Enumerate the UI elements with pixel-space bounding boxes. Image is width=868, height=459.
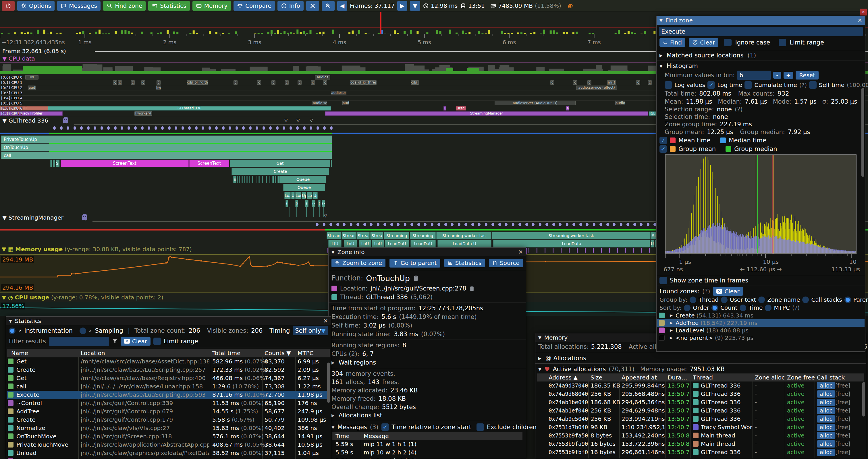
cpu-data-header[interactable]: ▼ CPU data — [2, 55, 35, 62]
filter-input[interactable] — [49, 337, 109, 346]
alloc-callstack-button[interactable]: alloc — [817, 432, 835, 439]
zone-dot[interactable] — [289, 126, 292, 130]
sort-by-radio-count[interactable] — [711, 304, 718, 311]
zone-dot[interactable] — [620, 223, 622, 226]
zone-dot[interactable] — [155, 126, 157, 130]
clear-button[interactable]: ✕Clear — [121, 337, 151, 346]
table-row[interactable]: ~Controljni/../jni/src/guif/Control.cpp:… — [7, 399, 330, 407]
zone-dot[interactable] — [256, 126, 258, 130]
timeline-zone[interactable]: Up — [313, 192, 318, 199]
zone-dot[interactable] — [229, 126, 231, 130]
zone-dot[interactable] — [559, 223, 561, 226]
expand-icon[interactable]: ▶ — [538, 356, 541, 361]
group-by-radio-zone-name[interactable] — [758, 297, 765, 303]
timeline-zone[interactable]: E — [233, 176, 237, 183]
timeline-zone[interactable]: ( — [285, 200, 288, 207]
timeline-zone[interactable]: StreamingManager — [325, 111, 648, 116]
clipboard-icon[interactable] — [469, 286, 475, 291]
zone-dot[interactable] — [356, 223, 359, 226]
zone-dot[interactable] — [94, 126, 96, 130]
zone-dot[interactable] — [613, 223, 616, 226]
timeline-zone[interactable] — [277, 176, 280, 183]
time-relative-checkbox[interactable]: ✓ — [381, 423, 389, 431]
sampling-radio[interactable] — [80, 328, 86, 334]
clear-found-button[interactable]: ✕Clear — [713, 287, 743, 296]
timeline-zone[interactable]: Loa — [284, 192, 291, 199]
zone-dot[interactable] — [330, 223, 332, 226]
limit-range-checkbox[interactable] — [779, 39, 786, 46]
zone-dot[interactable] — [525, 223, 528, 226]
timeline-zone[interactable]: L(U — [328, 240, 342, 248]
message-tick[interactable] — [561, 248, 561, 253]
expand-icon[interactable]: ▶ — [659, 53, 663, 58]
collapse-icon[interactable]: ▼ — [9, 319, 12, 323]
column-header[interactable]: Appeared at — [622, 373, 657, 382]
find-zone-scrollbar[interactable] — [861, 88, 864, 177]
timeline-zone[interactable]: c — [141, 80, 145, 85]
timeline-zone[interactable]: Streaming worker tas — [436, 232, 491, 239]
column-header[interactable]: Counts ▼ — [265, 349, 291, 357]
expand-icon[interactable]: ▶ — [670, 319, 673, 327]
timeline-zone[interactable]: c — [257, 80, 261, 85]
zone-dot[interactable] — [114, 126, 117, 130]
table-row[interactable]: 0x7553b9fbf016 bytes296,661,146ns13:50.7… — [537, 448, 864, 456]
timeline-zone[interactable]: (~ — [312, 200, 315, 207]
timeline-zone[interactable]: kw — [156, 86, 161, 90]
zone-dot[interactable] — [161, 126, 164, 130]
glthread-header[interactable]: ▼ GLThread 336 — [2, 117, 48, 124]
collapse-icon[interactable]: ▼ — [332, 250, 335, 254]
table-row[interactable]: 0x74a9d68040256 KB295,668,489ns13:50.7GL… — [537, 390, 864, 398]
timeline-zone[interactable]: Up — [302, 192, 306, 199]
alloc-callstack-button[interactable]: alloc — [817, 415, 835, 423]
zone-dot[interactable] — [168, 126, 170, 130]
column-header[interactable]: Address ▲ — [549, 373, 578, 382]
timeline-zone[interactable]: Strea — [356, 232, 370, 239]
timeline-zone[interactable]: c — [323, 80, 327, 85]
message-row[interactable]: 5.59 smip 11 w 1 h 1 (1) — [332, 440, 523, 448]
find-zone-titlebar[interactable]: ▼ Find zone ✕ — [657, 16, 865, 25]
timeline-zone[interactable]: ScreenText — [189, 160, 229, 167]
alloc-callstack-button[interactable]: alloc — [817, 407, 835, 414]
group-by-option[interactable]: User text — [730, 296, 756, 303]
clipboard-icon[interactable] — [413, 275, 419, 281]
timeline-zone[interactable]: Get — [230, 160, 330, 167]
zone-dot[interactable] — [67, 126, 69, 130]
zone-dot[interactable] — [437, 223, 440, 226]
zone-dot[interactable] — [546, 223, 548, 226]
table-row[interactable]: PrivateTouchMovejni/../jni/src/claw/appl… — [7, 440, 330, 449]
table-row[interactable]: calljni/../jni/../../../src/claw/base/Lu… — [7, 382, 330, 391]
collapse-icon[interactable]: ▼ — [538, 367, 541, 371]
zone-dot[interactable] — [242, 126, 245, 130]
zone-dot[interactable] — [444, 223, 447, 226]
zone-dot[interactable] — [572, 223, 575, 226]
timeline-zone[interactable] — [249, 176, 250, 183]
zone-dot[interactable] — [53, 126, 56, 130]
timeline-zone[interactable]: c — [636, 80, 640, 85]
group-by-option[interactable]: Thread — [699, 296, 719, 303]
column-header[interactable]: MTPC — [298, 349, 314, 357]
timeline-zone[interactable]: LoadData U — [437, 240, 491, 248]
timeline-zone[interactable]: Queue — [283, 184, 325, 191]
streaming-header[interactable]: ▼ StreamingManager — [2, 214, 63, 221]
zone-dot[interactable] — [209, 126, 211, 130]
sort-by-radio-order[interactable] — [684, 304, 690, 311]
framemark-icon[interactable]: ▽ — [310, 118, 313, 123]
zone-dot[interactable] — [471, 223, 474, 226]
zone-dot[interactable] — [141, 126, 144, 130]
message-tick[interactable] — [609, 248, 610, 253]
help-icon[interactable]: (?) — [792, 304, 800, 311]
zone-dot[interactable] — [512, 223, 515, 226]
table-row[interactable]: OnRedrawjni/../jni/src/claw/application/… — [7, 457, 330, 459]
zone-dot[interactable] — [310, 126, 312, 130]
timeline-zone[interactable]: T — [443, 106, 446, 110]
zone-dot[interactable] — [586, 223, 589, 226]
plus-button[interactable]: + — [783, 72, 794, 79]
group-by-radio-parent[interactable] — [844, 297, 851, 303]
group-by-radio-call-stacks[interactable] — [802, 297, 809, 303]
go-to-parent-button[interactable]: ↑Go to parent — [390, 259, 440, 267]
timeline-zone[interactable]: A — [566, 106, 569, 110]
table-row[interactable]: 0x74ab1be040186.68 KB294,645,364ns13:50.… — [537, 398, 864, 406]
alloc-callstack-button[interactable]: alloc — [817, 382, 835, 389]
timeline-zone[interactable]: c — [587, 80, 591, 85]
expand-icon[interactable]: ▶ — [332, 413, 335, 418]
